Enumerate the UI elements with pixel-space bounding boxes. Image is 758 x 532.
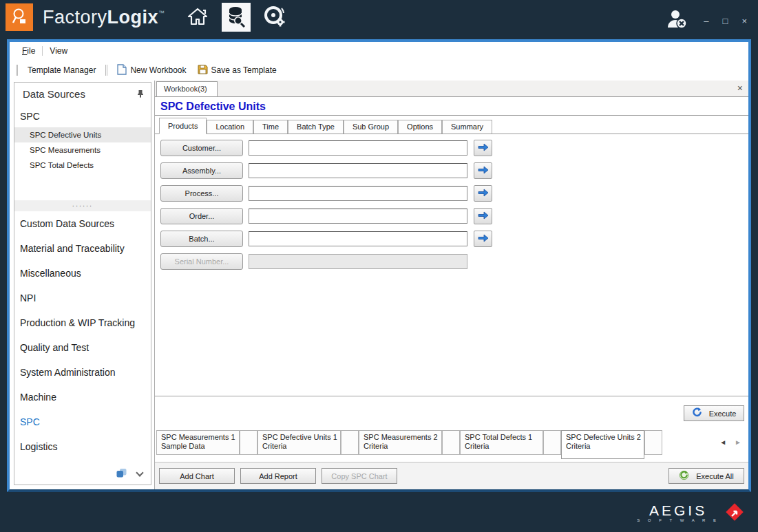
close-button[interactable]: × — [741, 17, 747, 25]
execute-all-button[interactable]: Execute All — [668, 468, 744, 484]
template-manager-label: Template Manager — [28, 65, 96, 75]
data-sources-panel: Data Sources SPC SPC Defective Units SPC… — [14, 82, 151, 485]
assembly-input[interactable] — [249, 163, 467, 178]
execute-band: Execute — [155, 396, 748, 430]
close-workbook-icon[interactable]: × — [737, 83, 743, 94]
data-explorer-nav-button[interactable] — [222, 3, 251, 32]
scroll-left-icon[interactable]: ◄ — [719, 438, 726, 446]
tab-summary[interactable]: Summary — [442, 120, 492, 134]
toolbar-grip — [16, 65, 18, 76]
result-tab-spc-measurements-1[interactable]: SPC Measurements 1 Sample Data — [156, 430, 240, 455]
user-logout-button[interactable] — [666, 8, 689, 32]
brand-wordmark: FactoryLogix™ — [43, 7, 165, 28]
category-material-and-traceability[interactable]: Material and Traceability — [14, 236, 151, 261]
minimize-button[interactable]: – — [704, 17, 708, 25]
action-band: Add Chart Add Report Copy SPC Chart Exec… — [155, 462, 748, 489]
template-manager-button[interactable]: Template Manager — [24, 63, 99, 77]
tab-location[interactable]: Location — [207, 120, 253, 134]
category-quality-and-test[interactable]: Quality and Test — [14, 335, 151, 360]
blank-tab[interactable] — [341, 430, 359, 455]
tab-options[interactable]: Options — [398, 120, 442, 134]
category-spc[interactable]: SPC — [14, 409, 151, 434]
assembly-button[interactable]: Assembly... — [160, 162, 243, 179]
category-system-administration[interactable]: System Administration — [14, 360, 151, 385]
process-button[interactable]: Process... — [160, 185, 243, 202]
process-arrow-button[interactable] — [474, 185, 492, 202]
pin-icon[interactable] — [137, 88, 144, 100]
tab-sub-group[interactable]: Sub Group — [344, 120, 398, 134]
customer-arrow-button[interactable] — [474, 140, 492, 156]
database-search-icon — [226, 6, 246, 30]
tab-batch-type[interactable]: Batch Type — [288, 120, 344, 134]
tab-time[interactable]: Time — [253, 120, 288, 134]
brand-logix: Logix — [107, 7, 159, 28]
refresh-green-icon — [679, 470, 689, 482]
aegis-diamond-icon — [722, 500, 747, 526]
panel-splitter[interactable]: ...... — [14, 200, 151, 211]
category-custom-data-sources[interactable]: Custom Data Sources — [14, 211, 151, 236]
form-row-assembly: Assembly... — [160, 162, 748, 179]
menu-view[interactable]: View — [44, 44, 73, 58]
category-npi[interactable]: NPI — [14, 286, 151, 310]
serial-number-button: Serial Number... — [160, 253, 243, 270]
disc-gear-icon — [263, 6, 286, 30]
result-tab-spc-defective-units-2[interactable]: SPC Defective Units 2 Criteria — [561, 430, 644, 459]
blank-tab[interactable] — [240, 430, 257, 455]
sidebar-item-spc-defective-units[interactable]: SPC Defective Units — [14, 127, 151, 142]
blank-tab[interactable] — [543, 430, 561, 455]
group-label-spc: SPC — [14, 104, 151, 127]
customer-input[interactable] — [249, 140, 467, 156]
add-chart-button[interactable]: Add Chart — [159, 468, 235, 484]
result-tabstrip: SPC Measurements 1 Sample Data SPC Defec… — [155, 430, 748, 462]
tab-products[interactable]: Products — [159, 118, 207, 134]
workbook-tabstrip: Workbook(3) × — [155, 81, 748, 97]
result-tab-spc-defective-units-1[interactable]: SPC Defective Units 1 Criteria — [257, 430, 341, 455]
menubar: File View — [10, 42, 748, 60]
sidebar-item-spc-total-defects[interactable]: SPC Total Defects — [14, 158, 151, 173]
process-input[interactable] — [249, 186, 467, 201]
blank-tab[interactable] — [644, 430, 662, 455]
aegis-logo: AEGIS S O F T W A R E — [637, 500, 747, 526]
blank-tab[interactable] — [442, 430, 460, 455]
arrow-right-icon — [478, 189, 489, 199]
sidebar-item-spc-measurements[interactable]: SPC Measurements — [14, 142, 151, 158]
criteria-tabs: Products Location Time Batch Type Sub Gr… — [155, 118, 748, 134]
order-button[interactable]: Order... — [160, 208, 243, 224]
magnifier-document-icon — [10, 7, 29, 28]
save-as-template-button[interactable]: Save as Template — [194, 62, 280, 78]
serial-number-input — [249, 254, 467, 269]
batch-arrow-button[interactable] — [474, 231, 492, 247]
menu-file[interactable]: File — [17, 44, 41, 58]
result-tab-spc-measurements-2[interactable]: SPC Measurements 2 Criteria — [359, 430, 442, 455]
customer-button[interactable]: Customer... — [160, 140, 243, 156]
order-arrow-button[interactable] — [474, 208, 492, 224]
arrow-right-icon — [478, 143, 489, 153]
batch-input[interactable] — [249, 231, 467, 246]
category-production-wip-tracking[interactable]: Production & WIP Tracking — [14, 310, 151, 335]
home-nav-button[interactable] — [183, 3, 212, 32]
new-workbook-button[interactable]: New Workbook — [114, 62, 189, 79]
settings-nav-button[interactable] — [260, 3, 289, 32]
category-miscellaneous[interactable]: Miscellaneous — [14, 261, 151, 286]
toolbar: Template Manager New Workbook Save as Te… — [10, 60, 748, 81]
arrow-right-icon — [478, 234, 489, 244]
execute-button[interactable]: Execute — [684, 405, 744, 421]
assembly-arrow-button[interactable] — [474, 162, 492, 179]
add-report-button[interactable]: Add Report — [240, 468, 316, 484]
order-input[interactable] — [249, 209, 467, 224]
category-logistics[interactable]: Logistics — [14, 434, 151, 459]
batch-button[interactable]: Batch... — [160, 231, 243, 247]
app-window: File View Template Manager New Workbook — [7, 39, 751, 492]
chevron-down-icon[interactable] — [136, 469, 143, 476]
stacked-panels-icon[interactable] — [116, 468, 127, 480]
category-machine[interactable]: Machine — [14, 385, 151, 409]
toolbar-grip — [105, 65, 107, 76]
arrow-right-icon — [478, 211, 489, 222]
panel-title: Data Sources — [23, 88, 85, 100]
arrow-right-icon — [478, 166, 489, 176]
form-row-order: Order... — [160, 208, 748, 224]
result-tab-spc-total-defects-1[interactable]: SPC Total Defects 1 Criteria — [460, 430, 543, 455]
scroll-right-icon[interactable]: ► — [735, 438, 741, 446]
maximize-button[interactable]: □ — [723, 17, 728, 25]
workbook-tab[interactable]: Workbook(3) — [156, 81, 218, 96]
